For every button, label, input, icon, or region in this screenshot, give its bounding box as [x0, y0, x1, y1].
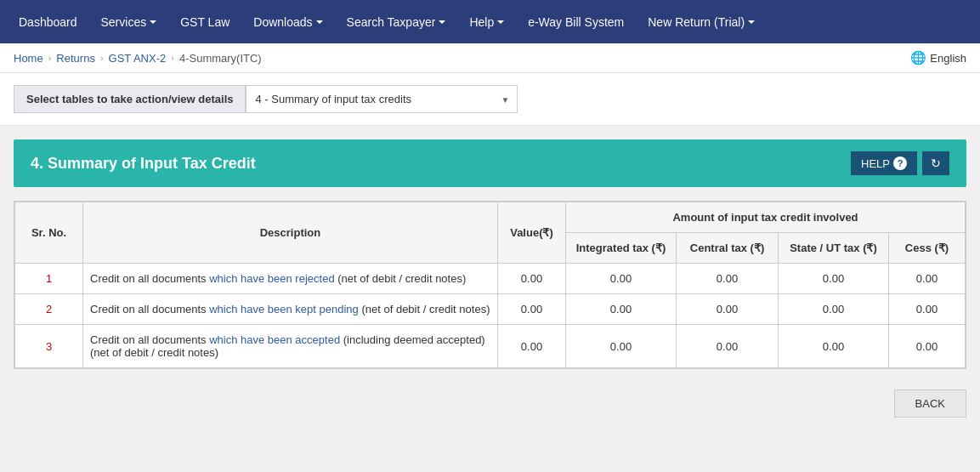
selector-label: Select tables to take action/view detail… — [14, 85, 246, 113]
nav-item-services[interactable]: Services — [89, 0, 169, 43]
table-row: 1Credit on all documents which have been… — [15, 264, 966, 294]
table-cell-cess: 0.00 — [889, 325, 966, 368]
table-cell-sr-no: 2 — [15, 294, 83, 325]
section-actions: HELP ? ↻ — [851, 151, 949, 175]
table-cell-description: Credit on all documents which have been … — [83, 325, 498, 368]
desc-link-text[interactable]: which have been accepted — [209, 333, 340, 346]
main-navbar: DashboardServicesGST LawDownloadsSearch … — [0, 0, 980, 43]
table-cell-central-tax: 0.00 — [677, 294, 779, 325]
globe-icon: 🌐 — [910, 50, 926, 65]
breadcrumb-separator: › — [171, 53, 174, 63]
table-cell-description: Credit on all documents which have been … — [83, 294, 498, 325]
help-caret-icon — [497, 20, 504, 24]
downloads-caret-icon — [316, 20, 323, 24]
services-caret-icon — [150, 20, 156, 24]
nav-item-downloads[interactable]: Downloads — [241, 0, 334, 43]
table-cell-value: 0.00 — [498, 294, 566, 325]
nav-item-new-return[interactable]: New Return (Trial) — [636, 0, 767, 43]
help-button[interactable]: HELP ? — [851, 151, 917, 175]
table-cell-value: 0.00 — [498, 264, 566, 294]
col-header-sr-no: Sr. No. — [15, 202, 83, 264]
table-cell-sr-no: 1 — [15, 264, 83, 294]
table-cell-central-tax: 0.00 — [677, 264, 779, 294]
language-section: 🌐 English — [910, 50, 966, 65]
breadcrumb-bar: Home›Returns›GST ANX-2›4-Summary(ITC) 🌐 … — [0, 43, 980, 73]
table-cell-cess: 0.00 — [889, 294, 966, 325]
breadcrumb-link-gst-anx-2[interactable]: GST ANX-2 — [109, 52, 167, 65]
col-header-central-tax: Central tax (₹) — [677, 233, 779, 264]
table-cell-central-tax: 0.00 — [677, 325, 779, 368]
col-header-description: Description — [83, 202, 498, 264]
col-header-integrated-tax: Integrated tax (₹) — [566, 233, 677, 264]
col-header-cess: Cess (₹) — [889, 233, 966, 264]
col-header-value: Value(₹) — [498, 202, 566, 264]
help-label: HELP — [861, 157, 890, 170]
nav-item-dashboard[interactable]: Dashboard — [7, 0, 89, 43]
new-return-caret-icon — [748, 20, 755, 24]
breadcrumb-separator: › — [48, 53, 52, 63]
breadcrumb-link-returns[interactable]: Returns — [56, 52, 95, 65]
footer-actions: BACK — [0, 383, 980, 431]
itc-table-container: Sr. No. Description Value(₹) Amount of i… — [14, 201, 966, 369]
help-icon: ? — [893, 156, 907, 170]
breadcrumb-separator: › — [100, 53, 104, 63]
refresh-button[interactable]: ↻ — [922, 151, 949, 175]
table-cell-cess: 0.00 — [889, 264, 966, 294]
nav-item-eway-bill[interactable]: e-Way Bill System — [516, 0, 636, 43]
table-cell-integrated-tax: 0.00 — [566, 325, 677, 368]
back-button[interactable]: BACK — [894, 390, 966, 418]
table-cell-integrated-tax: 0.00 — [566, 294, 677, 325]
col-header-itc-group: Amount of input tax credit involved — [566, 202, 966, 233]
section-title: 4. Summary of Input Tax Credit — [31, 155, 256, 173]
table-cell-integrated-tax: 0.00 — [566, 264, 677, 294]
table-cell-state-ut-tax: 0.00 — [779, 264, 889, 294]
nav-item-search-taxpayer[interactable]: Search Taxpayer — [335, 0, 458, 43]
itc-table: Sr. No. Description Value(₹) Amount of i… — [14, 202, 966, 368]
table-row: 2Credit on all documents which have been… — [15, 294, 966, 325]
nav-item-help[interactable]: Help — [457, 0, 516, 43]
table-cell-value: 0.00 — [498, 325, 566, 368]
table-cell-state-ut-tax: 0.00 — [779, 294, 889, 325]
desc-link-text[interactable]: which have been kept pending — [209, 303, 359, 316]
table-cell-sr-no: 3 — [15, 325, 83, 368]
table-cell-description: Credit on all documents which have been … — [83, 264, 498, 294]
selector-bar: Select tables to take action/view detail… — [0, 73, 980, 126]
col-header-state-ut-tax: State / UT tax (₹) — [779, 233, 889, 264]
search-taxpayer-caret-icon — [439, 20, 445, 24]
breadcrumb-link-home[interactable]: Home — [14, 52, 43, 65]
language-label[interactable]: English — [930, 52, 966, 65]
section-header: 4. Summary of Input Tax Credit HELP ? ↻ — [14, 139, 966, 187]
desc-link-text[interactable]: which have been rejected — [209, 272, 334, 285]
table-cell-state-ut-tax: 0.00 — [779, 325, 889, 368]
table-row: 3Credit on all documents which have been… — [15, 325, 966, 368]
table-selector[interactable]: 4 - Summary of input tax credits — [246, 85, 518, 113]
breadcrumb-current: 4-Summary(ITC) — [179, 52, 262, 65]
selector-wrapper[interactable]: 4 - Summary of input tax credits — [246, 85, 518, 113]
nav-item-gst-law[interactable]: GST Law — [168, 0, 241, 43]
breadcrumb: Home›Returns›GST ANX-2›4-Summary(ITC) — [14, 52, 262, 65]
